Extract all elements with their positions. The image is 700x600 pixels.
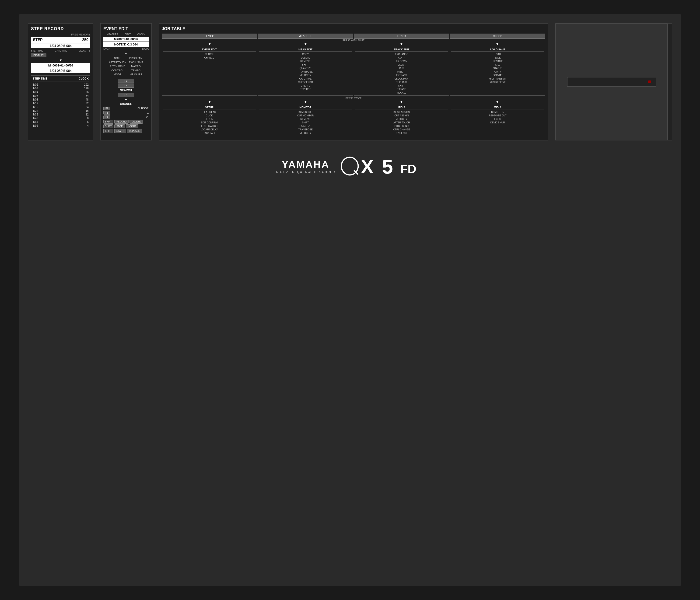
ee-record-btn[interactable]: RECORD xyxy=(114,120,129,124)
ee-replace-btn[interactable]: REPLACE xyxy=(127,129,142,133)
col-gate-time: GATE TIME xyxy=(55,49,67,52)
jt-col: MIDI 2REMOTE INREMMOTE OUTECHODEVICE NUM xyxy=(450,105,545,136)
step-val: 1/06 xyxy=(33,94,61,98)
ee-search-section: F3 F4 SEARCH F1 ▼ CHANGE F2 CURSOR F3 -1… xyxy=(103,79,149,133)
jt-col-item: SAVE xyxy=(451,56,544,59)
jt-col-item: SEARCH xyxy=(163,52,256,56)
step-row: 1/1624 xyxy=(33,105,89,109)
jt-col-item: VELOCITY xyxy=(259,131,352,135)
arrow-down-icon: ▼ xyxy=(31,58,90,62)
jt-col-item: THIN OUT xyxy=(355,80,448,84)
jt-col-header: MIDI 1 xyxy=(355,106,448,109)
event-edit-panel: EVENT EDIT MEASURE BEAT CLOCK M=0001-01-… xyxy=(100,23,152,141)
jt-col: MONITORIN MONITOROUT MONITORREMOVESHIFTQ… xyxy=(258,105,353,136)
jt-col-item: IN MONITOR xyxy=(259,110,352,114)
jt-tab-track[interactable]: TRACK xyxy=(354,33,449,39)
ee-f2-btn[interactable]: F2 xyxy=(103,107,110,110)
jt-col-item: MIDI RECEIVE xyxy=(451,80,544,84)
jt-tab-clock[interactable]: CLOCK xyxy=(450,33,545,39)
jt-col-item: AFTER TOUCH xyxy=(355,121,448,124)
jt-col-item: GATE TIME xyxy=(259,77,352,80)
jt-col-item: LOAD xyxy=(451,52,544,56)
ee-delete-btn[interactable]: DELETE xyxy=(129,120,143,124)
qx5fd-logo: X 5 FD xyxy=(340,154,424,178)
ee-arrow-icon: ▼ xyxy=(103,52,149,55)
jt-col-item: LOCATE DELAY xyxy=(163,128,256,131)
clock-val: 128 xyxy=(61,87,89,90)
jt-arrow1-icon: ▼ xyxy=(208,42,211,46)
ee-f4b-btn[interactable]: F4 xyxy=(103,116,110,119)
ee-display-2: NOTE(1) C.3 064 xyxy=(103,42,149,47)
clock-val: 12 xyxy=(61,113,89,116)
jt-col-item: TRANSPOSE xyxy=(259,70,352,74)
ee-stop-btn[interactable]: STOP xyxy=(114,124,125,128)
top-section: STEP RECORD FREE MEMORY STEP 250 1/04 08… xyxy=(28,23,672,141)
step-row: 1/488 xyxy=(33,117,89,120)
jt-col-item: VELOCITY xyxy=(355,117,448,121)
step-row: 1/964 xyxy=(33,124,89,128)
note-item-4: MODE xyxy=(109,73,126,77)
ee-change-label: CHANGE xyxy=(103,102,149,106)
ee-event-data-headers: EVENT DATA xyxy=(103,47,149,50)
ee-f4-btn[interactable]: F4 xyxy=(118,83,134,88)
step-val: 1/03 xyxy=(33,87,61,90)
col-step-time: STEP TIME xyxy=(31,49,43,52)
jt-col-item: DEVICE NUM xyxy=(451,121,544,124)
jt-col-item: TRANSPOSE xyxy=(259,128,352,131)
note-item-0: NOTE xyxy=(109,56,126,60)
ee-shift-btn3[interactable]: SHIFT xyxy=(103,129,114,133)
step-val: 1/96 xyxy=(33,124,61,127)
ee-shift-btn1[interactable]: SHIFT xyxy=(103,120,114,124)
ee-change-row2: F3 -1 xyxy=(103,111,149,115)
clock-title: CLOCK xyxy=(79,77,89,80)
jt-arrow3-icon: ▼ xyxy=(400,42,403,46)
data-item-4: MEASURE xyxy=(129,73,143,77)
jt-col-item: BEAT/MEAS xyxy=(163,110,256,114)
step-time-header: STEP TIME CLOCK xyxy=(33,77,89,81)
jt-col-item: TR.DOWN xyxy=(355,59,448,63)
step-val: 1/32 xyxy=(33,113,61,116)
jt-col-header: LOAD/SAVE xyxy=(451,48,544,52)
step-value: 250 xyxy=(82,38,89,42)
ee-col-headers: MEASURE BEAT CLOCK xyxy=(103,33,149,36)
jt-col: SETUPBEAT/MEASCLICKREPEATEDIT CONFIRMFOO… xyxy=(162,105,257,136)
jt-tab-measure[interactable]: MEASURE xyxy=(258,33,353,39)
ee-col-measure: MEASURE xyxy=(107,33,118,36)
jt-col-item: COPY xyxy=(259,52,352,56)
ee-f3-btn[interactable]: F3 xyxy=(118,79,134,83)
clock-val: 192 xyxy=(61,83,89,86)
ee-insert-btn[interactable]: INSERT xyxy=(126,124,139,128)
jt-col-item: DELETE xyxy=(259,56,352,59)
jt-col-item: SYS EXCL xyxy=(355,131,448,135)
main-panel: STEP RECORD FREE MEMORY STEP 250 1/04 08… xyxy=(19,14,681,586)
ee-note-list: NOTE AFTERTOUCH PITCH BEND CONTROL MODE xyxy=(109,56,126,77)
data-item-3: TEMPO xyxy=(129,69,143,73)
jt-arrow7-icon: ▼ xyxy=(400,100,403,104)
ee-f3b-btn[interactable]: F3 xyxy=(103,111,110,115)
ee-shift-row1: SHIFT RECORD DELETE xyxy=(103,120,149,124)
jt-col-item: VELOCITY xyxy=(259,74,352,77)
jt-col-header: MONITOR xyxy=(259,106,352,109)
jt-col-header: EVENT EDIT xyxy=(163,48,256,52)
jt-arrows2: ▼ ▼ ▼ ▼ xyxy=(162,100,545,104)
job-table-title: JOB TABLE xyxy=(162,26,545,31)
free-memory-label: FREE MEMORY xyxy=(31,33,90,36)
clock-val: 24 xyxy=(61,105,89,109)
job-table-panel: JOB TABLE TEMPO MEASURE TRACK CLOCK PRES… xyxy=(159,23,548,141)
ee-start-btn[interactable]: START xyxy=(114,129,126,133)
ee-f1-btn[interactable]: F1 xyxy=(118,93,134,97)
ee-shift-btn2[interactable]: SHIFT xyxy=(103,124,114,128)
ee-plus1-label: +1 xyxy=(146,116,149,119)
clock-val: 6 xyxy=(61,120,89,124)
jt-tab-tempo[interactable]: TEMPO xyxy=(162,33,257,39)
jt-arrow8-icon: ▼ xyxy=(496,100,499,104)
clock-val: 48 xyxy=(61,98,89,101)
jt-col-item: QUANTIZE xyxy=(259,67,352,70)
jt-arrow4-icon: ▼ xyxy=(496,42,499,46)
jt-col-item: EXTRACT xyxy=(355,74,448,77)
branding-section: YAMAHA DIGITAL SEQUENCE RECORDER X 5 FD xyxy=(28,141,672,187)
display-button[interactable]: DISPLAY xyxy=(31,53,46,57)
step-row: 1/03128 xyxy=(33,86,89,90)
jt-col-item: RENAME xyxy=(451,59,544,63)
jt-col-item: EDIT CONFIRM xyxy=(163,121,256,124)
